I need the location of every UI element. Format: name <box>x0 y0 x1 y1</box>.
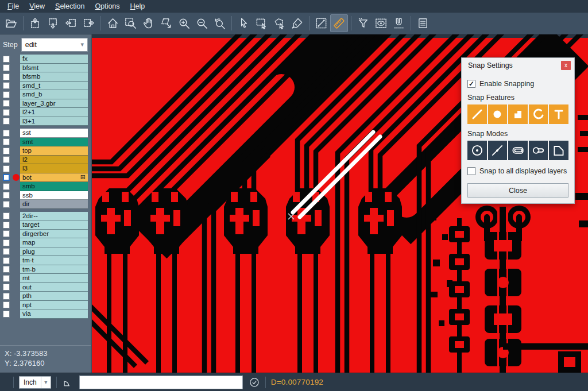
zoom-dynamic-button[interactable] <box>157 14 175 32</box>
snap-pad-button[interactable] <box>508 104 528 124</box>
measure-input[interactable] <box>79 375 243 389</box>
home-view-button[interactable] <box>104 14 122 32</box>
layer-name-plug[interactable]: plug <box>20 247 88 257</box>
layer-name-smd_t[interactable]: smd_t <box>20 82 88 91</box>
layer-checkbox-tm-b[interactable] <box>3 266 10 273</box>
layer-name-smb[interactable]: smb <box>20 182 88 191</box>
view-options-button[interactable] <box>372 14 390 32</box>
layer-checkbox-via[interactable] <box>3 311 10 318</box>
layer-name-via[interactable]: via <box>20 309 88 319</box>
zoom-in-button[interactable] <box>175 14 193 32</box>
layer-checkbox-l2+1[interactable] <box>3 109 10 116</box>
layer-name-tm-b[interactable]: tm-b <box>20 265 88 274</box>
layer-checkbox-pth[interactable] <box>3 293 10 300</box>
close-icon[interactable]: x <box>561 61 571 70</box>
filter-button[interactable] <box>354 14 372 32</box>
layer-checkbox-dir[interactable] <box>3 201 10 208</box>
step-select[interactable]: edit ▾ <box>21 38 88 52</box>
snap-all-layers-checkbox[interactable] <box>467 167 475 175</box>
layer-name-l3+1[interactable]: l3+1 <box>20 117 88 126</box>
mode-slot-filled-button[interactable] <box>508 141 528 160</box>
layer-checkbox-smt[interactable] <box>3 138 10 145</box>
layer-checkbox-ssb[interactable] <box>3 192 10 199</box>
layer-checkbox-tm-t[interactable] <box>3 257 10 264</box>
mode-slot-outline-button[interactable] <box>529 141 548 160</box>
layer-checkbox-dirgerber[interactable] <box>3 230 10 237</box>
grid-icon[interactable]: ⊞ <box>80 174 86 180</box>
layer-checkbox-bot[interactable] <box>3 174 10 181</box>
snap-text-button[interactable] <box>549 104 568 124</box>
layer-checkbox-sst[interactable] <box>3 130 10 137</box>
select-brush-button[interactable] <box>288 14 306 32</box>
layer-name-fx[interactable]: fx <box>20 55 88 64</box>
pan-hand-button[interactable] <box>140 14 157 32</box>
layer-checkbox-fx[interactable] <box>3 56 10 63</box>
snap-circle-button[interactable] <box>488 104 508 124</box>
layer-name-dir[interactable]: dir <box>20 200 88 209</box>
snap-arc-button[interactable] <box>529 104 548 124</box>
mode-midpoint-button[interactable] <box>488 141 508 160</box>
pan-left-button[interactable] <box>62 14 80 32</box>
layer-name-npt[interactable]: npt <box>20 301 88 310</box>
layer-checkbox-smb[interactable] <box>3 183 10 190</box>
menu-file[interactable]: File <box>2 1 24 11</box>
layer-name-smt[interactable]: smt <box>20 138 88 147</box>
layer-checkbox-plug[interactable] <box>3 248 10 255</box>
layer-checkbox-target[interactable] <box>3 222 10 229</box>
layer-name-layer_3.gbr[interactable]: layer_3.gbr <box>20 99 88 109</box>
select-poly-button[interactable] <box>270 14 288 32</box>
layer-name-bfsmb[interactable]: bfsmb <box>20 72 88 82</box>
measure-ruler-button[interactable] <box>330 14 348 32</box>
layer-checkbox-smd_b[interactable] <box>3 91 10 98</box>
layer-checkbox-l2[interactable] <box>3 156 10 163</box>
layer-checkbox-bfsmb[interactable] <box>3 73 10 80</box>
snap-all-layers-row[interactable]: Snap to all displayed layers <box>467 167 568 175</box>
layer-checkbox-2dir--[interactable] <box>3 212 10 219</box>
zoom-out-button[interactable] <box>193 14 211 32</box>
layer-name-sst[interactable]: sst <box>20 129 88 138</box>
layer-name-bfsmt[interactable]: bfsmt <box>20 64 88 73</box>
layer-name-pth[interactable]: pth <box>20 292 88 301</box>
mode-corner-button[interactable] <box>549 141 568 160</box>
layer-checkbox-map[interactable] <box>3 239 10 246</box>
layer-checkbox-top[interactable] <box>3 148 10 154</box>
layer-name-ssb[interactable]: ssb <box>20 191 88 200</box>
layer-name-top[interactable]: top <box>20 146 88 156</box>
pan-right-button[interactable] <box>80 14 98 32</box>
layer-checkbox-out[interactable] <box>3 284 10 291</box>
menu-help[interactable]: Help <box>125 1 150 11</box>
enable-snapping-checkbox[interactable]: ✓ <box>467 80 475 88</box>
layer-checkbox-layer_3.gbr[interactable] <box>3 100 10 107</box>
pan-down-button[interactable] <box>44 14 62 32</box>
layer-name-l2[interactable]: l2 <box>20 156 88 165</box>
layer-checkbox-mt[interactable] <box>3 275 10 282</box>
layer-name-tm-t[interactable]: tm-t <box>20 256 88 265</box>
enable-snapping-row[interactable]: ✓ Enable Snapping <box>467 80 568 88</box>
menu-options[interactable]: Options <box>90 1 125 11</box>
layer-name-map[interactable]: map <box>20 238 88 247</box>
close-button[interactable]: Close <box>467 183 568 198</box>
layer-checkbox-bfsmt[interactable] <box>3 64 10 71</box>
layer-checkbox-smd_t[interactable] <box>3 82 10 89</box>
snap-magnet-button[interactable] <box>390 14 408 32</box>
confirm-circle-icon[interactable] <box>249 377 260 388</box>
corner-angle-icon[interactable] <box>62 377 74 388</box>
pan-up-button[interactable] <box>26 14 44 32</box>
snap-line-button[interactable] <box>467 104 487 124</box>
layer-name-target[interactable]: target <box>20 220 88 230</box>
layer-checkbox-npt[interactable] <box>3 301 10 308</box>
layer-name-l3[interactable]: l3 <box>20 164 88 173</box>
layer-checkbox-l3+1[interactable] <box>3 118 10 125</box>
open-file-button[interactable] <box>2 14 20 32</box>
mode-center-button[interactable] <box>467 141 487 160</box>
layer-name-mt[interactable]: mt <box>20 274 88 283</box>
layer-name-dirgerber[interactable]: dirgerber <box>20 230 88 239</box>
menu-view[interactable]: View <box>24 1 50 11</box>
zoom-window-button[interactable] <box>122 14 140 32</box>
select-arrow-button[interactable] <box>235 14 253 32</box>
layer-checkbox-l3[interactable] <box>3 165 10 172</box>
layer-name-bot[interactable]: bot⊞ <box>20 173 88 183</box>
measure-line-button[interactable] <box>312 14 330 32</box>
zoom-previous-button[interactable] <box>211 14 229 32</box>
layer-name-l2+1[interactable]: l2+1 <box>20 108 88 117</box>
